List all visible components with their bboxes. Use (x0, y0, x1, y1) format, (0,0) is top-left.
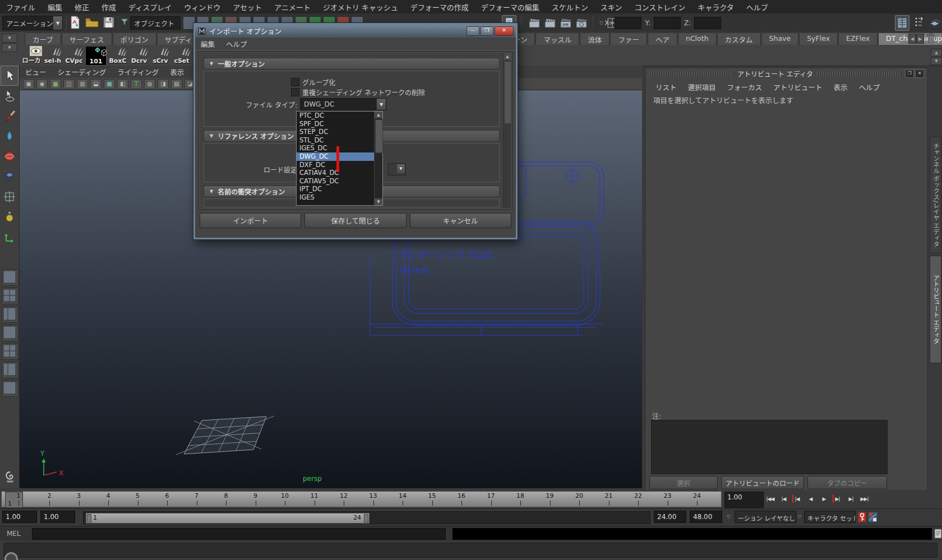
shelf-tab[interactable]: nCloth (678, 33, 717, 45)
range-slider-track[interactable]: 1 24 (83, 511, 650, 524)
attribute-editor-menu-item[interactable]: ヘルプ (853, 81, 886, 94)
scroll-up-icon[interactable]: ▲ (504, 53, 511, 60)
shelf-scroll-down-icon[interactable]: ▼ (931, 57, 942, 65)
menubar-item[interactable]: デフォーマの作成 (404, 0, 475, 14)
shelf-item[interactable]: Dcrv (129, 46, 149, 64)
step-back-key-button[interactable]: |◀ (791, 491, 804, 506)
gate-mask-icon[interactable]: ⬓ (90, 79, 101, 89)
menubar-item[interactable]: スケルトン (546, 0, 594, 14)
file-type-option[interactable]: PTC_DC (297, 112, 382, 120)
shelf-tab[interactable]: カーブ (25, 33, 61, 45)
shelf-tab[interactable]: サーフェス (62, 33, 112, 45)
auto-keyframe-icon[interactable] (858, 512, 866, 522)
panel-drag-handle[interactable] (816, 71, 902, 76)
soft-drop-button[interactable] (1, 126, 19, 146)
attribute-editor-menu-item[interactable]: リスト (650, 81, 682, 94)
go-to-end-button[interactable]: ▶▶| (858, 491, 871, 506)
menubar-item[interactable]: コンストレイン (628, 0, 691, 14)
scrollbar-thumb[interactable] (375, 119, 383, 153)
chevron-down-icon[interactable]: ▽ (727, 514, 730, 519)
file-type-option[interactable]: SPF_DC (297, 120, 382, 128)
playback-start-field[interactable]: 1.00 (40, 511, 75, 523)
shelf-tab[interactable]: SyFlex (799, 33, 838, 45)
shelf-item[interactable]: sel-h (43, 46, 63, 64)
shelf-tab[interactable]: ファー (610, 33, 647, 45)
file-type-option[interactable]: DWG_DC (297, 152, 382, 161)
play-backwards-button[interactable]: ◀ (804, 491, 817, 506)
sidebar-vertical-tab[interactable]: アトリビュート エディタ (930, 256, 941, 363)
shelf-item[interactable]: cSet (172, 46, 192, 64)
menubar-item[interactable]: 修正 (68, 0, 95, 14)
dialog-menu-item[interactable]: ヘルプ (220, 38, 253, 50)
new-scene-button[interactable] (68, 15, 82, 30)
open-folder-button[interactable] (85, 15, 99, 30)
panel-menu-item[interactable]: ビュー (20, 66, 52, 78)
render-settings-icon[interactable] (575, 16, 588, 30)
play-forward-button[interactable]: ▶ (818, 491, 830, 506)
layout-shortcut-button[interactable] (2, 269, 19, 286)
shelf-scroll-up-icon[interactable]: ▲ (931, 49, 942, 57)
soft-mod-button[interactable] (1, 207, 19, 227)
safe-title-icon[interactable]: T (131, 79, 142, 89)
script-editor-icon[interactable] (934, 529, 942, 539)
attribute-editor-menu-item[interactable]: 選択項目 (682, 81, 722, 94)
command-input[interactable] (32, 528, 446, 540)
render-current-frame-icon[interactable] (543, 16, 557, 30)
file-type-option[interactable]: IGES (297, 193, 382, 202)
save-and-close-button[interactable]: 保存して閉じる (304, 213, 406, 228)
dialog-menu-item[interactable]: 編集 (195, 38, 220, 50)
animation-start-field[interactable]: 1.00 (2, 511, 37, 523)
range-end-handle[interactable] (364, 514, 368, 522)
command-line-label[interactable]: MEL (7, 530, 21, 538)
shelf-item[interactable]: CVpc (64, 46, 84, 64)
panel-menu-item[interactable]: ライティング (112, 66, 164, 78)
dialog-titlebar[interactable]: インポート オプション — ❐ ✕ (195, 25, 516, 38)
animation-end-field[interactable]: 48.00 (690, 511, 722, 523)
shelf-tab[interactable]: ポリゴン (113, 33, 156, 45)
section-general-options[interactable]: ▼ 一般オプション (204, 58, 500, 70)
shelf-tab-prev-icon[interactable]: ◀ (908, 34, 916, 44)
shelf-tab-next-icon[interactable]: ▶ (916, 34, 924, 44)
save-button[interactable] (102, 15, 116, 30)
file-type-option[interactable]: IGES_DC (297, 144, 382, 152)
close-icon[interactable]: ✕ (495, 26, 514, 36)
chevron-down-icon[interactable]: ▽ (599, 20, 603, 26)
y-input[interactable] (654, 17, 681, 29)
panel-close-icon[interactable]: ✕ (915, 70, 924, 78)
chevron-down-icon[interactable]: ▼ (53, 16, 62, 30)
channel-box-icon[interactable] (895, 15, 909, 31)
load-settings-dropdown[interactable]: ▼ (388, 163, 406, 175)
textured-mode-icon[interactable]: ▧ (171, 79, 182, 89)
animation-preferences-icon[interactable] (868, 512, 878, 522)
dedupe-shading-checkbox[interactable] (291, 88, 299, 96)
last-tool-slot[interactable] (1, 247, 19, 267)
menubar-item[interactable]: ディスプレイ (122, 0, 178, 14)
attribute-editor-button[interactable]: アトリビュートのロード (721, 476, 804, 489)
scroll-down-icon[interactable]: ▼ (375, 198, 382, 205)
playback-end-field[interactable]: 24.00 (654, 511, 686, 523)
panel-menu-item[interactable]: シェーディング (52, 66, 112, 78)
menubar-item[interactable]: アニメート (268, 0, 317, 14)
tool-settings-icon[interactable] (912, 15, 926, 30)
file-type-option[interactable]: STEP_DC (297, 128, 382, 136)
layout-shortcut-button[interactable] (2, 343, 19, 360)
shaded-mode-icon[interactable]: ◨ (158, 79, 169, 89)
scroll-up-icon[interactable]: ▲ (375, 112, 382, 118)
ipr-render-icon[interactable]: IPR (559, 16, 572, 30)
layout-shortcut-button[interactable] (2, 325, 19, 341)
step-back-frame-button[interactable]: |◀ (777, 491, 790, 506)
shelf-tab[interactable]: ヘア (648, 33, 677, 45)
step-forward-frame-button[interactable]: ▶| (844, 491, 857, 506)
shelf-tab[interactable]: マッスル (535, 33, 579, 45)
panel-drag-handle[interactable] (649, 71, 734, 76)
lock-icon[interactable]: ◉ (36, 79, 48, 89)
step-forward-key-button[interactable]: ▶| (831, 491, 844, 506)
chevron-down-icon[interactable]: ▽ (798, 514, 801, 519)
attribute-editor-menu-item[interactable]: フォーカス (722, 81, 768, 94)
menubar-item[interactable]: ウィンドウ (178, 0, 227, 14)
rotate-tool-button[interactable] (1, 146, 19, 166)
list-scrollbar[interactable]: ▲ ▼ (374, 112, 382, 205)
group-checkbox[interactable] (291, 78, 299, 86)
attribute-editor-menu-item[interactable]: アトリビュート (768, 81, 828, 94)
layout-shortcut-button[interactable] (2, 288, 19, 304)
